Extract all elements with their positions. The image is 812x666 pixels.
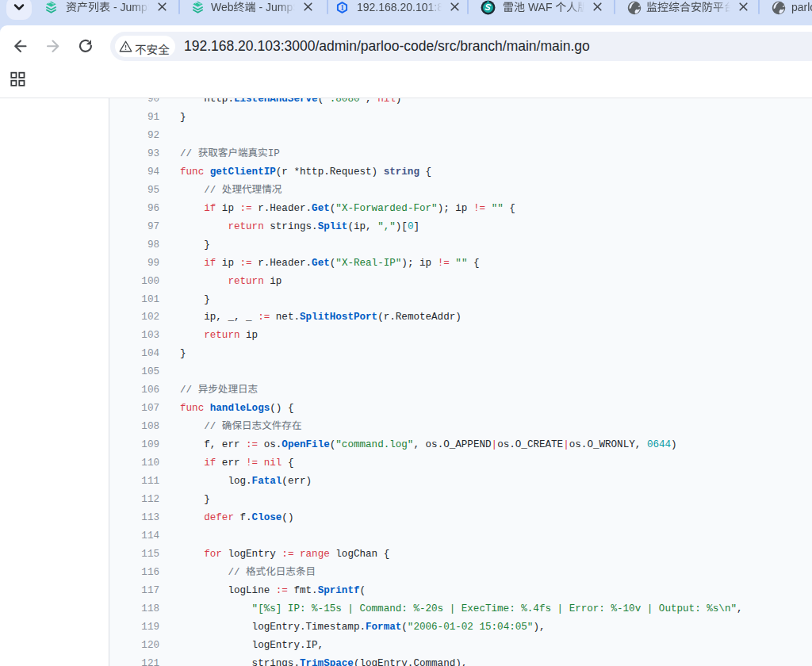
- svg-text:1: 1: [340, 3, 344, 11]
